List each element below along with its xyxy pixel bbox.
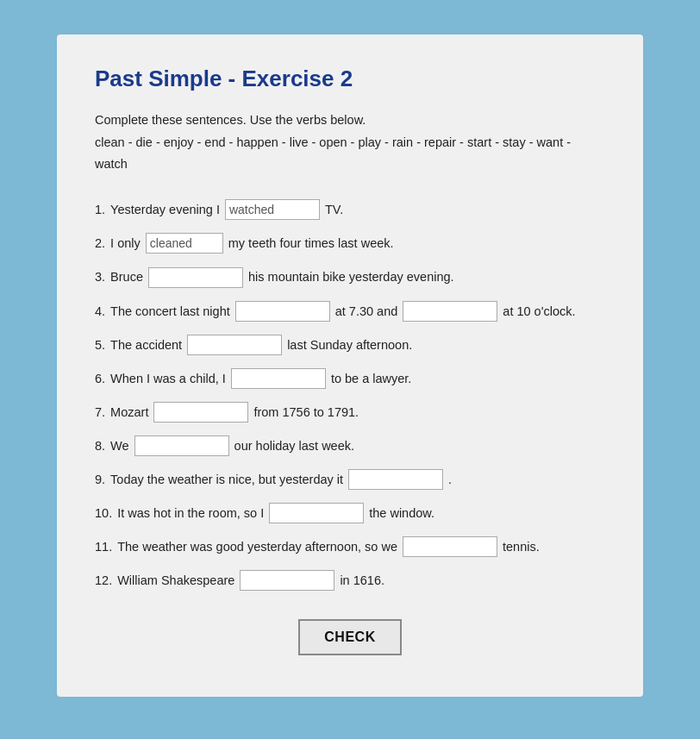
sentence-12-text-after: in 1616. <box>340 569 384 592</box>
sentence-11-input[interactable] <box>403 536 497 557</box>
sentence-7-input[interactable] <box>153 402 248 423</box>
exercise-page: Past Simple - Exercise 2 Complete these … <box>57 34 643 697</box>
sentence-3-text-before: Bruce <box>110 266 143 288</box>
sentence-9-text-before: Today the weather is nice, but yesterday… <box>110 468 343 491</box>
sentence-6-input[interactable] <box>231 368 326 389</box>
sentence-8-text-after: our holiday last week. <box>234 435 354 457</box>
sentence-6-text-before: When I was a child, I <box>110 367 226 390</box>
sentence-5-input[interactable] <box>187 335 282 355</box>
sentence-list: 1. Yesterday evening I TV. 2. I only my … <box>95 198 605 592</box>
sentence-12-input[interactable] <box>240 570 334 591</box>
sentence-3: 3. Bruce his mountain bike yesterday eve… <box>95 266 605 288</box>
sentence-2-input[interactable] <box>146 233 223 254</box>
sentence-10-text-before: It was hot in the room, so I <box>117 502 264 524</box>
sentence-7-text-after: from 1756 to 1791. <box>253 401 359 423</box>
sentence-12: 12. William Shakespeare in 1616. <box>95 569 605 592</box>
sentence-4-text-3: at 10 o'clock. <box>503 300 575 323</box>
sentence-2: 2. I only my teeth four times last week. <box>95 232 605 254</box>
sentence-3-input[interactable] <box>148 267 243 288</box>
sentence-5: 5. The accident last Sunday afternoon. <box>95 334 605 356</box>
sentence-2-number: 2. <box>95 232 105 254</box>
sentence-1-number: 1. <box>95 198 105 221</box>
sentence-1-input[interactable] <box>225 199 320 220</box>
sentence-4: 4. The concert last night at 7.30 and at… <box>95 300 605 323</box>
sentence-8-input[interactable] <box>134 435 229 456</box>
page-title: Past Simple - Exercise 2 <box>95 66 605 92</box>
sentence-4-text-1: The concert last night <box>110 300 230 323</box>
sentence-6-text-after: to be a lawyer. <box>331 367 412 390</box>
sentence-8-number: 8. <box>95 435 105 457</box>
sentence-9-text-after: . <box>448 468 452 491</box>
sentence-1: 1. Yesterday evening I TV. <box>95 198 605 221</box>
word-bank: clean - die - enjoy - end - happen - liv… <box>95 132 605 174</box>
sentence-7: 7. Mozart from 1756 to 1791. <box>95 401 605 423</box>
sentence-4-input-a[interactable] <box>235 301 330 322</box>
sentence-7-number: 7. <box>95 401 105 423</box>
instructions-text: Complete these sentences. Use the verbs … <box>95 113 605 127</box>
sentence-11-text-before: The weather was good yesterday afternoon… <box>117 535 397 558</box>
sentence-1-text-before: Yesterday evening I <box>110 198 220 221</box>
check-button[interactable]: CHECK <box>298 619 401 655</box>
sentence-6-number: 6. <box>95 367 105 390</box>
sentence-11: 11. The weather was good yesterday after… <box>95 535 605 558</box>
sentence-10: 10. It was hot in the room, so I the win… <box>95 502 605 524</box>
sentence-6: 6. When I was a child, I to be a lawyer. <box>95 367 605 390</box>
sentence-1-text-after: TV. <box>325 198 343 221</box>
sentence-4-number: 4. <box>95 300 105 323</box>
sentence-7-text-before: Mozart <box>110 401 148 423</box>
sentence-5-number: 5. <box>95 334 105 356</box>
sentence-2-text-after: my teeth four times last week. <box>228 232 394 254</box>
sentence-9-number: 9. <box>95 468 105 491</box>
sentence-8: 8. We our holiday last week. <box>95 435 605 457</box>
sentence-12-number: 12. <box>95 569 112 592</box>
sentence-3-text-after: his mountain bike yesterday evening. <box>248 266 454 288</box>
sentence-11-text-after: tennis. <box>503 535 540 558</box>
sentence-8-text-before: We <box>110 435 129 457</box>
sentence-5-text-after: last Sunday afternoon. <box>287 334 412 356</box>
sentence-4-input-b[interactable] <box>403 301 497 322</box>
sentence-9-input[interactable] <box>348 469 443 490</box>
sentence-5-text-before: The accident <box>110 334 182 356</box>
sentence-12-text-before: William Shakespeare <box>117 569 234 592</box>
sentence-10-number: 10. <box>95 502 112 524</box>
sentence-4-text-2: at 7.30 and <box>335 300 398 323</box>
sentence-9: 9. Today the weather is nice, but yester… <box>95 468 605 491</box>
sentence-3-number: 3. <box>95 266 105 288</box>
sentence-11-number: 11. <box>95 535 112 558</box>
sentence-10-text-after: the window. <box>369 502 434 524</box>
sentence-2-text-before: I only <box>110 232 141 254</box>
sentence-10-input[interactable] <box>269 503 364 523</box>
